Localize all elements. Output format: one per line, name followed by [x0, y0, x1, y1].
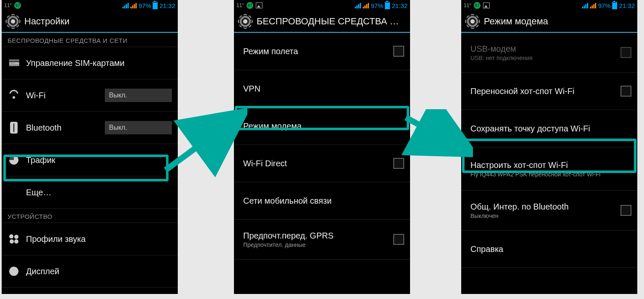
status-badge-icon: 97 [474, 2, 480, 9]
header[interactable]: Режим модема [461, 11, 637, 33]
wifi-icon [8, 89, 20, 102]
row-sublabel: Fly IQ443 WPA2 PSK переносной хот-спот W… [470, 171, 631, 178]
row-label: Предпочт.перед. GPRS [243, 231, 387, 241]
display-icon [8, 265, 20, 278]
spacer-icon [8, 186, 20, 199]
battery-icon [153, 2, 158, 9]
battery-icon [385, 2, 390, 9]
status-temp: 11° [464, 3, 471, 8]
gear-icon [466, 15, 479, 28]
row-label: Общ. Интер. по Bluetooth [470, 202, 615, 212]
row-label: Трафик [26, 155, 172, 165]
signal-1-icon [355, 3, 361, 8]
row-label: Сети мобильной связи [243, 196, 404, 206]
row-vpn[interactable]: VPN [234, 70, 410, 108]
gprs-checkbox[interactable] [393, 234, 404, 245]
screenshot-icon [256, 3, 262, 8]
status-battery-pct: 97% [371, 2, 383, 9]
signal-1-icon [122, 3, 129, 8]
row-sublabel: USB: нет подключения [470, 55, 615, 61]
status-bar: 11° 97 97% 21:32 [2, 0, 178, 11]
bluetooth-icon [8, 121, 20, 134]
row-portable-hotspot[interactable]: Переносной хот-спот Wi-Fi [461, 73, 637, 110]
page-title: Режим модема [484, 16, 632, 27]
signal-2-icon [130, 3, 137, 8]
row-label: Управление SIM-картами [26, 58, 172, 68]
row-label: Wi-Fi [26, 91, 99, 100]
screen-tethering: 11° 97 97% 21:32 Режим модема USB-модем … [461, 0, 637, 294]
row-audio-profiles[interactable]: Профили звука [2, 223, 178, 255]
row-label: Настроить хот-спот Wi-Fi [470, 160, 631, 170]
signal-2-icon [590, 3, 596, 8]
row-label: Справка [470, 244, 631, 254]
row-keep-hotspot[interactable]: Сохранять точку доступа Wi-Fi [461, 110, 637, 147]
row-more[interactable]: Еще… [2, 176, 178, 209]
status-temp: 11° [4, 3, 12, 8]
status-battery-pct: 97% [138, 2, 151, 9]
header: Настройки [2, 11, 178, 33]
header[interactable]: БЕСПРОВОДНЫЕ СРЕДСТВА И СЕ… [234, 11, 410, 33]
bt-toggle[interactable]: Выкл. [105, 121, 172, 134]
bt-share-checkbox[interactable] [621, 205, 631, 216]
status-badge-icon: 97 [247, 2, 253, 9]
status-temp: 11° [236, 3, 244, 8]
row-label: Режим модема [243, 121, 404, 131]
signal-2-icon [363, 3, 369, 8]
row-bt-share[interactable]: Общ. Интер. по Bluetooth Выключен [461, 191, 637, 231]
row-help[interactable]: Справка [461, 231, 637, 268]
row-mobile-networks[interactable]: Сети мобильной связи [234, 182, 410, 220]
status-bar: 11° 97 97% 21:32 [461, 0, 637, 11]
row-traffic[interactable]: Трафик [2, 144, 178, 176]
status-bar: 11° 97 97% 21:32 [234, 0, 410, 11]
row-label: Wi-Fi Direct [243, 159, 387, 168]
page-title: Настройки [24, 16, 173, 27]
battery-icon [612, 2, 617, 9]
row-label: Bluetooth [26, 123, 99, 133]
row-airplane-mode[interactable]: Режим полета [234, 33, 410, 70]
screen-settings: 11° 97 97% 21:32 Настройки БЕСПРОВОДНЫЕ … [2, 0, 178, 294]
signal-1-icon [582, 3, 588, 8]
row-wifi-direct[interactable]: Wi-Fi Direct [234, 145, 410, 182]
status-time: 21:32 [619, 2, 635, 9]
row-label: Дисплей [26, 267, 172, 276]
screenshot-icon [483, 3, 490, 8]
row-label: Сохранять точку доступа Wi-Fi [470, 124, 631, 134]
row-label: USB-модем [470, 44, 615, 54]
row-wifi[interactable]: Wi-Fi Выкл. [2, 79, 178, 112]
row-label: Переносной хот-спот Wi-Fi [470, 87, 615, 96]
row-sublabel: Выключен [470, 212, 615, 219]
row-tethering[interactable]: Режим модема [234, 108, 410, 145]
wifi-toggle[interactable]: Выкл. [105, 89, 172, 102]
row-display[interactable]: Дисплей [2, 255, 178, 288]
row-bluetooth[interactable]: Bluetooth Выкл. [2, 112, 178, 144]
category-wireless: БЕСПРОВОДНЫЕ СРЕДСТВА И СЕТИ [2, 33, 178, 47]
gear-icon [7, 15, 19, 28]
row-label: VPN [243, 84, 404, 94]
status-badge-icon: 97 [14, 2, 21, 9]
memory-icon [8, 297, 20, 299]
row-sublabel: Предпочтител. данные [243, 241, 387, 248]
traffic-icon [8, 154, 20, 166]
row-sim-management[interactable]: Управление SIM-картами [2, 47, 178, 79]
status-time: 21:32 [392, 2, 408, 9]
row-memory[interactable]: Память [2, 288, 178, 299]
row-configure-hotspot[interactable]: Настроить хот-спот Wi-Fi Fly IQ443 WPA2 … [461, 147, 637, 191]
category-device: УСТРОЙСТВО [2, 209, 178, 223]
screen-wireless-more: 11° 97 97% 21:32 БЕСПРОВОДНЫЕ СРЕДСТВА И… [234, 0, 410, 294]
audio-icon [8, 233, 20, 245]
sim-icon [8, 57, 20, 69]
hotspot-checkbox[interactable] [621, 86, 631, 97]
page-title: БЕСПРОВОДНЫЕ СРЕДСТВА И СЕ… [257, 16, 405, 27]
gear-icon [239, 15, 252, 28]
row-label: Режим полета [243, 47, 387, 56]
usb-checkbox [621, 47, 631, 58]
row-usb-tether: USB-модем USB: нет подключения [461, 33, 637, 73]
status-battery-pct: 97% [598, 2, 610, 9]
row-label: Еще… [26, 188, 172, 197]
airplane-checkbox[interactable] [393, 46, 404, 57]
wifi-direct-checkbox[interactable] [393, 158, 404, 169]
row-label: Профили звука [26, 234, 172, 244]
status-time: 21:32 [159, 2, 175, 9]
row-gprs-pref[interactable]: Предпочт.перед. GPRS Предпочтител. данны… [234, 220, 410, 260]
